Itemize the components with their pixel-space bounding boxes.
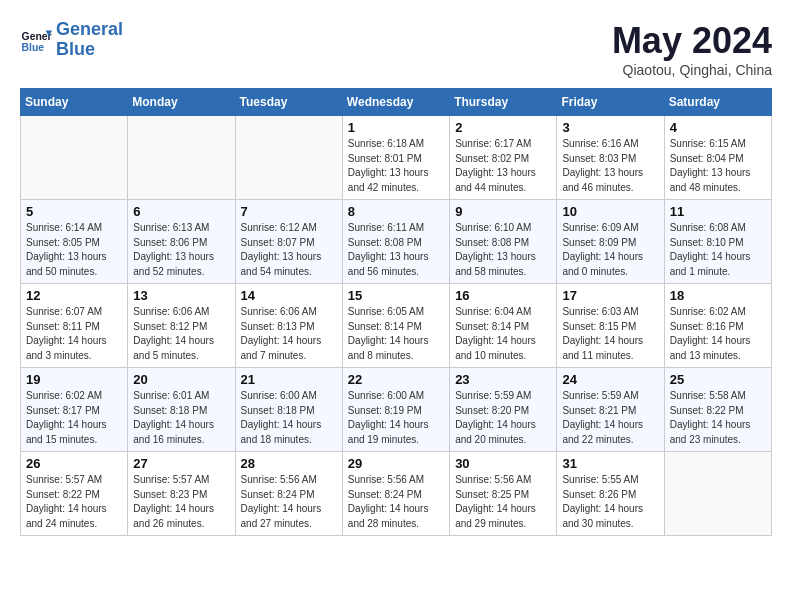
weekday-header-cell: Saturday: [664, 89, 771, 116]
day-info: Sunrise: 6:03 AM Sunset: 8:15 PM Dayligh…: [562, 305, 658, 363]
calendar-cell: 1Sunrise: 6:18 AM Sunset: 8:01 PM Daylig…: [342, 116, 449, 200]
day-info: Sunrise: 6:17 AM Sunset: 8:02 PM Dayligh…: [455, 137, 551, 195]
calendar-cell: [664, 452, 771, 536]
day-info: Sunrise: 6:18 AM Sunset: 8:01 PM Dayligh…: [348, 137, 444, 195]
day-number: 23: [455, 372, 551, 387]
title-block: May 2024 Qiaotou, Qinghai, China: [612, 20, 772, 78]
day-number: 4: [670, 120, 766, 135]
calendar-week-row: 26Sunrise: 5:57 AM Sunset: 8:22 PM Dayli…: [21, 452, 772, 536]
calendar-cell: 29Sunrise: 5:56 AM Sunset: 8:24 PM Dayli…: [342, 452, 449, 536]
svg-text:Blue: Blue: [22, 42, 45, 53]
month-title: May 2024: [612, 20, 772, 62]
calendar-cell: 14Sunrise: 6:06 AM Sunset: 8:13 PM Dayli…: [235, 284, 342, 368]
day-info: Sunrise: 6:07 AM Sunset: 8:11 PM Dayligh…: [26, 305, 122, 363]
calendar-cell: 27Sunrise: 5:57 AM Sunset: 8:23 PM Dayli…: [128, 452, 235, 536]
calendar-cell: 5Sunrise: 6:14 AM Sunset: 8:05 PM Daylig…: [21, 200, 128, 284]
calendar-cell: 15Sunrise: 6:05 AM Sunset: 8:14 PM Dayli…: [342, 284, 449, 368]
day-info: Sunrise: 6:06 AM Sunset: 8:13 PM Dayligh…: [241, 305, 337, 363]
day-info: Sunrise: 6:02 AM Sunset: 8:17 PM Dayligh…: [26, 389, 122, 447]
calendar-cell: 22Sunrise: 6:00 AM Sunset: 8:19 PM Dayli…: [342, 368, 449, 452]
calendar-cell: 2Sunrise: 6:17 AM Sunset: 8:02 PM Daylig…: [450, 116, 557, 200]
day-info: Sunrise: 5:56 AM Sunset: 8:25 PM Dayligh…: [455, 473, 551, 531]
calendar-cell: 24Sunrise: 5:59 AM Sunset: 8:21 PM Dayli…: [557, 368, 664, 452]
day-number: 17: [562, 288, 658, 303]
calendar-table: SundayMondayTuesdayWednesdayThursdayFrid…: [20, 88, 772, 536]
day-number: 31: [562, 456, 658, 471]
day-number: 29: [348, 456, 444, 471]
calendar-cell: 30Sunrise: 5:56 AM Sunset: 8:25 PM Dayli…: [450, 452, 557, 536]
weekday-header-cell: Thursday: [450, 89, 557, 116]
weekday-header-cell: Tuesday: [235, 89, 342, 116]
day-info: Sunrise: 6:00 AM Sunset: 8:19 PM Dayligh…: [348, 389, 444, 447]
day-number: 6: [133, 204, 229, 219]
day-info: Sunrise: 6:09 AM Sunset: 8:09 PM Dayligh…: [562, 221, 658, 279]
logo-text: GeneralBlue: [56, 20, 123, 60]
calendar-cell: 12Sunrise: 6:07 AM Sunset: 8:11 PM Dayli…: [21, 284, 128, 368]
calendar-cell: [235, 116, 342, 200]
day-info: Sunrise: 5:56 AM Sunset: 8:24 PM Dayligh…: [241, 473, 337, 531]
day-info: Sunrise: 6:13 AM Sunset: 8:06 PM Dayligh…: [133, 221, 229, 279]
day-number: 25: [670, 372, 766, 387]
calendar-cell: 17Sunrise: 6:03 AM Sunset: 8:15 PM Dayli…: [557, 284, 664, 368]
calendar-cell: 9Sunrise: 6:10 AM Sunset: 8:08 PM Daylig…: [450, 200, 557, 284]
day-info: Sunrise: 6:08 AM Sunset: 8:10 PM Dayligh…: [670, 221, 766, 279]
day-number: 30: [455, 456, 551, 471]
calendar-cell: [21, 116, 128, 200]
calendar-cell: 8Sunrise: 6:11 AM Sunset: 8:08 PM Daylig…: [342, 200, 449, 284]
calendar-cell: 31Sunrise: 5:55 AM Sunset: 8:26 PM Dayli…: [557, 452, 664, 536]
logo: General Blue GeneralBlue: [20, 20, 123, 60]
calendar-week-row: 12Sunrise: 6:07 AM Sunset: 8:11 PM Dayli…: [21, 284, 772, 368]
day-info: Sunrise: 5:58 AM Sunset: 8:22 PM Dayligh…: [670, 389, 766, 447]
day-number: 20: [133, 372, 229, 387]
calendar-week-row: 1Sunrise: 6:18 AM Sunset: 8:01 PM Daylig…: [21, 116, 772, 200]
calendar-week-row: 5Sunrise: 6:14 AM Sunset: 8:05 PM Daylig…: [21, 200, 772, 284]
day-number: 26: [26, 456, 122, 471]
day-info: Sunrise: 5:57 AM Sunset: 8:22 PM Dayligh…: [26, 473, 122, 531]
weekday-header-cell: Sunday: [21, 89, 128, 116]
calendar-cell: 6Sunrise: 6:13 AM Sunset: 8:06 PM Daylig…: [128, 200, 235, 284]
calendar-cell: 28Sunrise: 5:56 AM Sunset: 8:24 PM Dayli…: [235, 452, 342, 536]
calendar-cell: 18Sunrise: 6:02 AM Sunset: 8:16 PM Dayli…: [664, 284, 771, 368]
calendar-cell: 3Sunrise: 6:16 AM Sunset: 8:03 PM Daylig…: [557, 116, 664, 200]
day-number: 2: [455, 120, 551, 135]
day-number: 16: [455, 288, 551, 303]
calendar-cell: [128, 116, 235, 200]
day-info: Sunrise: 5:57 AM Sunset: 8:23 PM Dayligh…: [133, 473, 229, 531]
calendar-cell: 25Sunrise: 5:58 AM Sunset: 8:22 PM Dayli…: [664, 368, 771, 452]
day-number: 27: [133, 456, 229, 471]
weekday-header-row: SundayMondayTuesdayWednesdayThursdayFrid…: [21, 89, 772, 116]
day-number: 11: [670, 204, 766, 219]
calendar-cell: 16Sunrise: 6:04 AM Sunset: 8:14 PM Dayli…: [450, 284, 557, 368]
day-info: Sunrise: 5:56 AM Sunset: 8:24 PM Dayligh…: [348, 473, 444, 531]
day-number: 19: [26, 372, 122, 387]
calendar-cell: 4Sunrise: 6:15 AM Sunset: 8:04 PM Daylig…: [664, 116, 771, 200]
day-number: 1: [348, 120, 444, 135]
day-info: Sunrise: 5:59 AM Sunset: 8:20 PM Dayligh…: [455, 389, 551, 447]
calendar-cell: 11Sunrise: 6:08 AM Sunset: 8:10 PM Dayli…: [664, 200, 771, 284]
calendar-cell: 7Sunrise: 6:12 AM Sunset: 8:07 PM Daylig…: [235, 200, 342, 284]
day-info: Sunrise: 5:59 AM Sunset: 8:21 PM Dayligh…: [562, 389, 658, 447]
day-info: Sunrise: 6:10 AM Sunset: 8:08 PM Dayligh…: [455, 221, 551, 279]
logo-icon: General Blue: [20, 24, 52, 56]
calendar-cell: 13Sunrise: 6:06 AM Sunset: 8:12 PM Dayli…: [128, 284, 235, 368]
calendar-week-row: 19Sunrise: 6:02 AM Sunset: 8:17 PM Dayli…: [21, 368, 772, 452]
calendar-cell: 21Sunrise: 6:00 AM Sunset: 8:18 PM Dayli…: [235, 368, 342, 452]
day-number: 7: [241, 204, 337, 219]
calendar-cell: 10Sunrise: 6:09 AM Sunset: 8:09 PM Dayli…: [557, 200, 664, 284]
day-number: 10: [562, 204, 658, 219]
day-number: 24: [562, 372, 658, 387]
day-number: 15: [348, 288, 444, 303]
day-info: Sunrise: 6:11 AM Sunset: 8:08 PM Dayligh…: [348, 221, 444, 279]
day-number: 18: [670, 288, 766, 303]
day-number: 12: [26, 288, 122, 303]
weekday-header-cell: Wednesday: [342, 89, 449, 116]
calendar-cell: 19Sunrise: 6:02 AM Sunset: 8:17 PM Dayli…: [21, 368, 128, 452]
day-info: Sunrise: 6:02 AM Sunset: 8:16 PM Dayligh…: [670, 305, 766, 363]
day-info: Sunrise: 6:05 AM Sunset: 8:14 PM Dayligh…: [348, 305, 444, 363]
day-info: Sunrise: 6:16 AM Sunset: 8:03 PM Dayligh…: [562, 137, 658, 195]
day-number: 5: [26, 204, 122, 219]
page-header: General Blue GeneralBlue May 2024 Qiaoto…: [20, 20, 772, 78]
day-info: Sunrise: 6:12 AM Sunset: 8:07 PM Dayligh…: [241, 221, 337, 279]
day-info: Sunrise: 6:01 AM Sunset: 8:18 PM Dayligh…: [133, 389, 229, 447]
day-info: Sunrise: 6:15 AM Sunset: 8:04 PM Dayligh…: [670, 137, 766, 195]
